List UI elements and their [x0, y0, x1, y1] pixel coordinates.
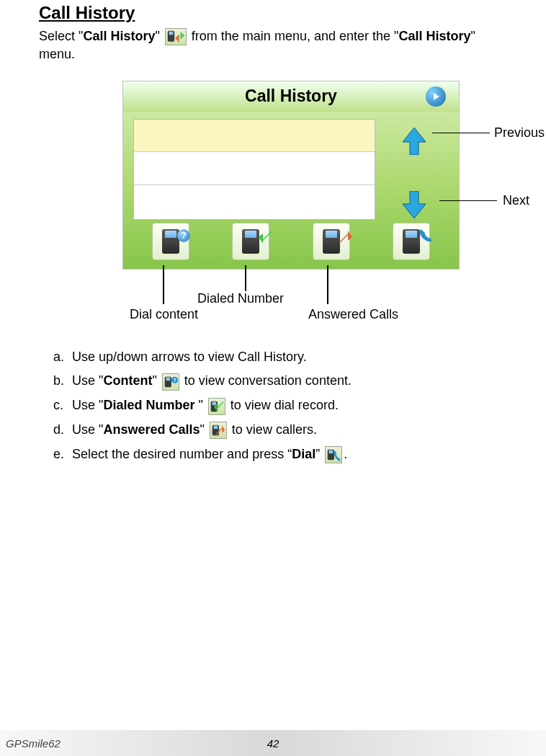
instruction-item: a. Use up/down arrows to view Call Histo…	[53, 347, 507, 368]
instruction-bold: Answered Calls	[103, 422, 200, 437]
svg-marker-6	[259, 231, 272, 244]
instruction-text: "	[152, 373, 160, 388]
instruction-text: to view callers.	[228, 422, 317, 437]
previous-arrow-icon[interactable]	[403, 128, 426, 155]
answered-calls-icon	[210, 422, 227, 439]
dial-content-icon[interactable]: ?	[152, 223, 189, 260]
list-item[interactable]	[134, 152, 375, 185]
instruction-text: .	[344, 447, 347, 461]
instruction-text: Use up/down arrows to view Call History.	[72, 350, 307, 364]
instruction-text: Use "	[72, 422, 103, 437]
call-history-screenshot: Call History ?	[122, 81, 460, 270]
dialed-number-icon	[208, 398, 225, 415]
instruction-item: d. Use "Answered Calls" to view callers.	[53, 420, 507, 440]
callout-line	[245, 265, 246, 291]
instruction-item: e. Select the desired number and press “…	[53, 445, 507, 465]
callout-line	[327, 265, 328, 304]
svg-text:?: ?	[173, 377, 176, 383]
arrow-out-icon	[339, 231, 352, 244]
callout-line	[163, 265, 164, 304]
dial-icon[interactable]	[393, 223, 430, 260]
instruction-item: b. Use "Content" ? to view conversation …	[53, 371, 507, 391]
svg-rect-19	[329, 450, 334, 454]
svg-rect-16	[213, 426, 218, 430]
svg-rect-9	[166, 377, 170, 381]
callout-line	[432, 133, 490, 134]
intro-bold-1: Call History	[83, 29, 155, 43]
page-title: Call History	[39, 0, 507, 23]
next-arrow-icon[interactable]	[403, 191, 426, 218]
call-history-menu-icon	[165, 28, 187, 45]
svg-marker-4	[403, 128, 426, 155]
instruction-item: c. Use "Dialed Number " to view dial rec…	[53, 396, 507, 416]
instruction-bold: Dialed Number	[103, 398, 198, 412]
intro-bold-2: Call History	[398, 29, 470, 43]
instruction-text: Use "	[72, 398, 103, 412]
handset-icon	[418, 228, 434, 247]
instruction-letter: c.	[53, 396, 72, 416]
arrow-in-icon	[259, 231, 272, 244]
svg-rect-13	[212, 401, 216, 405]
instruction-bold: Dial	[292, 447, 315, 461]
instruction-letter: b.	[53, 371, 72, 391]
callout-previous: Previous	[494, 125, 545, 141]
dialed-number-icon[interactable]	[232, 223, 269, 260]
footer-page-number: 42	[267, 737, 279, 750]
instruction-text: "	[200, 422, 207, 437]
question-icon: ?	[177, 229, 190, 242]
callout-next: Next	[503, 193, 529, 208]
instruction-text: to view conversation content.	[181, 373, 352, 388]
instruction-bold: Content	[103, 373, 152, 388]
screenshot-figure: Call History ?	[39, 81, 507, 326]
instruction-text: Use "	[72, 373, 103, 388]
screenshot-header: Call History	[123, 81, 459, 112]
instruction-letter: a.	[53, 347, 72, 368]
intro-pre: Select "	[39, 29, 83, 43]
instruction-text: "	[198, 398, 206, 412]
instruction-letter: d.	[53, 420, 72, 440]
callout-dial-content: Dial content	[130, 307, 198, 322]
svg-marker-2	[180, 32, 184, 40]
instruction-list: a. Use up/down arrows to view Call Histo…	[39, 347, 507, 465]
list-item[interactable]	[134, 185, 375, 218]
svg-marker-3	[175, 35, 179, 43]
callout-line	[439, 200, 497, 202]
list-item[interactable]	[134, 120, 375, 153]
intro-mid2: from the main menu, and enter the "	[188, 29, 399, 43]
callout-dialed-number: Dialed Number	[197, 291, 284, 306]
svg-rect-1	[169, 32, 174, 35]
instruction-letter: e.	[53, 445, 72, 465]
history-list	[133, 119, 375, 220]
instruction-text: ”	[315, 447, 323, 461]
instruction-text: Select the desired number and press “	[72, 447, 292, 461]
screenshot-title: Call History	[245, 86, 337, 106]
instruction-text: to view dial record.	[227, 398, 339, 412]
intro-text: Select "Call History" from the main menu…	[39, 27, 507, 63]
content-icon: ?	[162, 373, 179, 391]
play-button-icon[interactable]	[426, 86, 446, 107]
dial-icon	[325, 446, 342, 463]
intro-mid1: "	[155, 29, 163, 43]
svg-marker-7	[339, 231, 352, 244]
footer-model: GPSmile62	[6, 737, 61, 750]
page-footer: GPSmile62 42	[0, 730, 546, 756]
answered-calls-icon[interactable]	[313, 223, 350, 260]
callout-answered-calls: Answered Calls	[308, 307, 398, 322]
svg-marker-5	[403, 191, 426, 218]
